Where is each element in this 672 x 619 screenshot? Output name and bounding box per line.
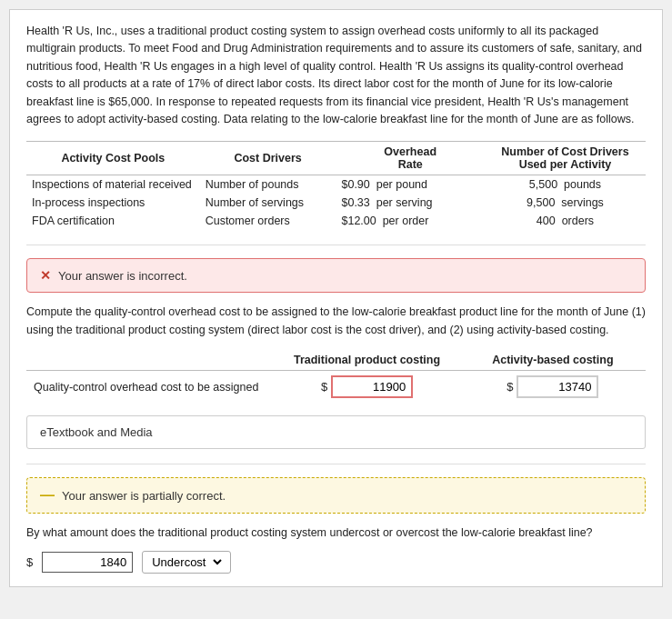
bottom-answer-row: $ UndercostOvercost (26, 551, 646, 574)
table-cell-pool: In-process inspections (26, 194, 200, 212)
traditional-dollar: $ (321, 380, 327, 394)
divider-1 (26, 245, 646, 245)
table-cell-num: 400 orders (485, 212, 646, 230)
table-cell-num: 9,500 servings (485, 194, 646, 212)
activity-dollar: $ (507, 380, 513, 394)
table-cell-rate: $0.90 per pound (336, 175, 484, 195)
traditional-input-cell: $ (274, 371, 459, 404)
table-cell-pool: Inspections of material received (26, 175, 200, 195)
bottom-value-input[interactable] (42, 552, 133, 573)
table-cell-rate: $12.00 per order (336, 212, 484, 230)
answer-row: Quality-control overhead cost to be assi… (26, 371, 646, 404)
dash-icon: — (40, 487, 55, 504)
table-row: FDA certification Customer orders $12.00… (26, 212, 646, 230)
undercost-dropdown-wrap[interactable]: UndercostOvercost (142, 551, 231, 574)
answer-row-label: Quality-control overhead cost to be assi… (26, 371, 274, 404)
table-cell-driver: Number of servings (200, 194, 336, 212)
answer-table: Traditional product costing Activity-bas… (26, 350, 646, 403)
ans-col-traditional: Traditional product costing (274, 350, 459, 371)
partial-alert: — Your answer is partially correct. (26, 477, 646, 514)
etextbook-label: eTextbook and Media (40, 425, 153, 439)
divider-2 (26, 464, 646, 464)
bottom-question-text: By what amount does the traditional prod… (26, 524, 646, 542)
col-header-pool: Activity Cost Pools (26, 142, 200, 175)
bottom-dollar: $ (26, 555, 33, 569)
table-row: Inspections of material received Number … (26, 175, 646, 195)
ans-col-label (26, 350, 274, 371)
ans-col-activity: Activity-based costing (460, 350, 646, 371)
table-cell-pool: FDA certification (26, 212, 200, 230)
table-row: In-process inspections Number of serving… (26, 194, 646, 212)
activity-value-input[interactable] (517, 375, 598, 398)
table-cell-rate: $0.33 per serving (336, 194, 484, 212)
error-alert: ✕ Your answer is incorrect. (26, 258, 646, 293)
col-header-num-drivers: Number of Cost Drivers Used per Activity (485, 142, 646, 175)
main-container: Health 'R Us, Inc., uses a traditional p… (9, 9, 663, 587)
data-table: Activity Cost Pools Cost Drivers Overhea… (26, 141, 646, 230)
table-cell-driver: Number of pounds (200, 175, 336, 195)
activity-input-cell: $ (460, 371, 646, 404)
error-text: Your answer is incorrect. (58, 269, 187, 283)
etextbook-box: eTextbook and Media (26, 415, 646, 449)
table-cell-num: 5,500 pounds (485, 175, 646, 195)
undercost-dropdown[interactable]: UndercostOvercost (148, 554, 225, 570)
traditional-value-input[interactable] (331, 375, 413, 398)
question-text: Compute the quality-control overhead cos… (26, 304, 646, 339)
intro-paragraph: Health 'R Us, Inc., uses a traditional p… (26, 23, 646, 128)
table-cell-driver: Customer orders (200, 212, 336, 230)
x-icon: ✕ (40, 268, 51, 283)
partial-text: Your answer is partially correct. (62, 489, 226, 503)
col-header-rate: Overhead Rate (336, 142, 484, 175)
col-header-driver: Cost Drivers (200, 142, 336, 175)
